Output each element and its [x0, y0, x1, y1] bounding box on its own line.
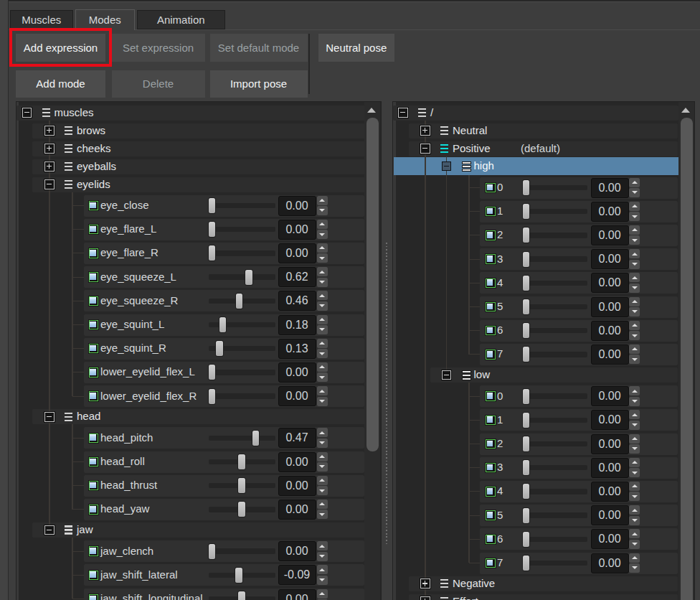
spin-up-button[interactable]: [317, 362, 328, 372]
slider-track[interactable]: [209, 227, 275, 233]
spin-down-button[interactable]: [629, 516, 640, 525]
slider-track[interactable]: [523, 418, 587, 423]
tree-row[interactable]: [409, 123, 678, 139]
spin-down-button[interactable]: [317, 439, 328, 448]
spin-down-button[interactable]: [317, 462, 328, 472]
slider-handle[interactable]: [523, 228, 530, 243]
value-spinbox[interactable]: 0.00: [278, 541, 316, 561]
spin-up-button[interactable]: [629, 297, 640, 306]
muscle-enabled-checkbox[interactable]: [486, 278, 496, 289]
left-scrollbar[interactable]: [364, 102, 380, 600]
spin-down-button[interactable]: [629, 307, 640, 317]
muscle-enabled-checkbox[interactable]: [89, 296, 99, 306]
spin-down-button[interactable]: [629, 283, 640, 293]
spin-up-button[interactable]: [317, 220, 328, 229]
slider-handle[interactable]: [209, 245, 216, 261]
tree-row[interactable]: [393, 106, 678, 121]
spin-down-button[interactable]: [629, 397, 640, 406]
scroll-up-icon[interactable]: [681, 108, 690, 113]
slider-handle[interactable]: [523, 252, 530, 267]
spin-down-button[interactable]: [317, 301, 328, 311]
value-spinbox[interactable]: 0.00: [591, 410, 629, 430]
tab-animation[interactable]: Animation: [137, 10, 226, 29]
muscle-enabled-checkbox[interactable]: [89, 457, 99, 467]
slider-track[interactable]: [523, 209, 587, 215]
collapse-icon[interactable]: [44, 412, 55, 422]
slider-track[interactable]: [209, 436, 275, 441]
slider-track[interactable]: [523, 561, 587, 566]
muscle-enabled-checkbox[interactable]: [89, 344, 99, 354]
slider-track[interactable]: [209, 203, 275, 209]
muscle-enabled-checkbox[interactable]: [89, 505, 99, 515]
muscle-enabled-checkbox[interactable]: [486, 254, 496, 264]
expand-icon[interactable]: [420, 126, 430, 136]
spin-up-button[interactable]: [317, 386, 328, 395]
spin-up-button[interactable]: [317, 541, 328, 550]
spin-up-button[interactable]: [317, 589, 328, 599]
slider-handle[interactable]: [523, 180, 530, 195]
slider-track[interactable]: [209, 548, 275, 554]
value-spinbox[interactable]: 0.62: [278, 267, 316, 287]
spin-down-button[interactable]: [629, 235, 640, 245]
slider-track[interactable]: [209, 250, 275, 256]
spin-down-button[interactable]: [629, 563, 640, 573]
slider-handle[interactable]: [523, 299, 530, 314]
muscle-enabled-checkbox[interactable]: [486, 326, 496, 336]
spin-up-button[interactable]: [629, 505, 640, 515]
value-spinbox[interactable]: 0.00: [591, 297, 629, 317]
muscle-enabled-checkbox[interactable]: [486, 416, 496, 426]
spin-down-button[interactable]: [317, 372, 328, 382]
value-spinbox[interactable]: 0.00: [591, 458, 629, 478]
slider-track[interactable]: [523, 185, 587, 191]
spin-down-button[interactable]: [629, 492, 640, 501]
tab-modes[interactable]: Modes: [75, 9, 136, 30]
spin-up-button[interactable]: [317, 243, 328, 253]
right-scrollbar[interactable]: [678, 102, 694, 600]
spin-up-button[interactable]: [317, 315, 328, 324]
spin-down-button[interactable]: [317, 397, 328, 406]
tab-muscles[interactable]: Muscles: [10, 10, 74, 29]
slider-track[interactable]: [523, 328, 587, 334]
slider-handle[interactable]: [245, 270, 252, 285]
muscle-enabled-checkbox[interactable]: [486, 302, 496, 312]
expand-icon[interactable]: [44, 161, 55, 172]
muscle-enabled-checkbox[interactable]: [89, 201, 99, 211]
slider-handle[interactable]: [238, 591, 245, 600]
slider-track[interactable]: [523, 281, 587, 286]
muscle-enabled-checkbox[interactable]: [89, 320, 99, 330]
spin-down-button[interactable]: [317, 486, 328, 495]
value-spinbox[interactable]: 0.00: [278, 500, 316, 520]
slider-track[interactable]: [209, 393, 275, 399]
splitter-handle[interactable]: [386, 243, 387, 544]
slider-track[interactable]: [209, 370, 275, 375]
slider-handle[interactable]: [523, 484, 530, 499]
value-spinbox[interactable]: 0.00: [278, 243, 316, 263]
slider-track[interactable]: [523, 489, 587, 494]
value-spinbox[interactable]: 0.00: [591, 386, 629, 406]
spin-up-button[interactable]: [629, 458, 640, 467]
spin-up-button[interactable]: [317, 291, 328, 300]
spin-up-button[interactable]: [629, 386, 640, 395]
value-spinbox[interactable]: 0.00: [591, 321, 629, 341]
slider-track[interactable]: [523, 393, 587, 399]
scroll-up-icon[interactable]: [367, 108, 376, 113]
spin-up-button[interactable]: [629, 225, 640, 235]
slider-handle[interactable]: [235, 568, 242, 583]
neutral-pose-button[interactable]: Neutral pose: [318, 34, 395, 62]
tree-row[interactable]: [409, 576, 678, 591]
spin-down-button[interactable]: [629, 260, 640, 269]
slider-handle[interactable]: [216, 341, 223, 356]
value-spinbox[interactable]: 0.00: [591, 225, 629, 245]
slider-track[interactable]: [523, 304, 587, 310]
spin-down-button[interactable]: [317, 510, 328, 519]
spin-up-button[interactable]: [629, 273, 640, 282]
spin-up-button[interactable]: [629, 344, 640, 354]
muscle-enabled-checkbox[interactable]: [486, 463, 496, 473]
spin-up-button[interactable]: [317, 196, 328, 205]
value-spinbox[interactable]: 0.00: [278, 386, 316, 406]
spin-up-button[interactable]: [629, 529, 640, 538]
slider-handle[interactable]: [209, 389, 216, 404]
slider-handle[interactable]: [523, 508, 530, 523]
spin-up-button[interactable]: [317, 267, 328, 276]
spin-down-button[interactable]: [317, 325, 328, 334]
